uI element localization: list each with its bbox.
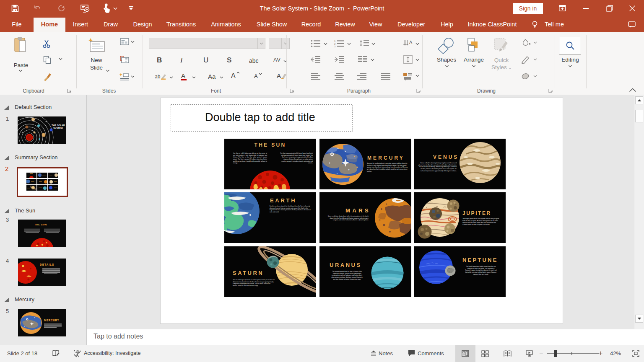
- svg-text:A: A: [409, 40, 413, 45]
- svg-text:SYSTEM: SYSTEM: [53, 127, 63, 129]
- svg-text:3: 3: [334, 45, 336, 47]
- svg-text:DETAILS: DETAILS: [40, 263, 54, 266]
- svg-text:1: 1: [334, 40, 336, 42]
- svg-text:THE SUN: THE SUN: [34, 223, 47, 226]
- svg-text:THE SOLAR: THE SOLAR: [52, 124, 65, 127]
- svg-text:2: 2: [334, 43, 336, 45]
- svg-text:MERCURY: MERCURY: [44, 319, 59, 322]
